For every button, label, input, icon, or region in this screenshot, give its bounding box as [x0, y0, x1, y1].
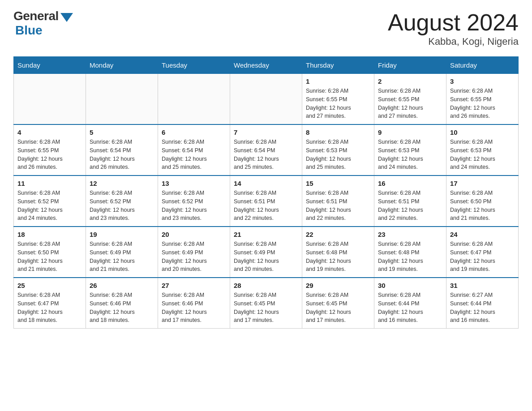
- weekday-header-tuesday: Tuesday: [158, 57, 230, 74]
- calendar-day-cell: 13Sunrise: 6:28 AMSunset: 6:52 PMDayligh…: [158, 176, 230, 227]
- calendar-week-row: 1Sunrise: 6:28 AMSunset: 6:55 PMDaylight…: [14, 74, 519, 125]
- weekday-header-wednesday: Wednesday: [230, 57, 302, 74]
- calendar-week-row: 4Sunrise: 6:28 AMSunset: 6:55 PMDaylight…: [14, 124, 519, 176]
- day-number: 3: [450, 77, 515, 85]
- calendar-day-cell: 30Sunrise: 6:28 AMSunset: 6:44 PMDayligh…: [374, 278, 446, 329]
- day-info: Sunrise: 6:28 AMSunset: 6:50 PMDaylight:…: [450, 189, 515, 223]
- calendar-week-row: 25Sunrise: 6:28 AMSunset: 6:47 PMDayligh…: [14, 278, 519, 329]
- day-info: Sunrise: 6:28 AMSunset: 6:47 PMDaylight:…: [17, 291, 82, 325]
- calendar-day-cell: 29Sunrise: 6:28 AMSunset: 6:45 PMDayligh…: [302, 278, 374, 329]
- day-info: Sunrise: 6:28 AMSunset: 6:53 PMDaylight:…: [306, 138, 370, 171]
- day-number: 14: [234, 180, 298, 187]
- calendar-day-cell: 6Sunrise: 6:28 AMSunset: 6:54 PMDaylight…: [158, 124, 230, 176]
- day-info: Sunrise: 6:28 AMSunset: 6:54 PMDaylight:…: [90, 138, 154, 171]
- day-info: Sunrise: 6:28 AMSunset: 6:54 PMDaylight:…: [162, 138, 226, 171]
- calendar-day-cell: 10Sunrise: 6:28 AMSunset: 6:53 PMDayligh…: [446, 124, 519, 176]
- day-info: Sunrise: 6:28 AMSunset: 6:51 PMDaylight:…: [234, 189, 298, 223]
- calendar-day-cell: 27Sunrise: 6:28 AMSunset: 6:46 PMDayligh…: [158, 278, 230, 329]
- title-block: August 2024 Kabba, Kogi, Nigeria: [388, 9, 519, 47]
- day-info: Sunrise: 6:27 AMSunset: 6:44 PMDaylight:…: [450, 291, 515, 325]
- logo-arrow-icon: [60, 13, 73, 22]
- calendar-day-cell: [230, 74, 302, 125]
- day-number: 19: [90, 231, 154, 238]
- logo: General Blue: [13, 9, 73, 38]
- logo-blue-text: Blue: [15, 23, 43, 38]
- calendar-week-row: 18Sunrise: 6:28 AMSunset: 6:50 PMDayligh…: [14, 227, 519, 278]
- day-number: 17: [450, 180, 515, 187]
- day-number: 2: [378, 77, 442, 85]
- day-info: Sunrise: 6:28 AMSunset: 6:52 PMDaylight:…: [90, 189, 154, 223]
- calendar-day-cell: 21Sunrise: 6:28 AMSunset: 6:49 PMDayligh…: [230, 227, 302, 278]
- day-number: 6: [162, 128, 226, 136]
- day-number: 20: [162, 231, 226, 238]
- day-info: Sunrise: 6:28 AMSunset: 6:51 PMDaylight:…: [378, 189, 442, 223]
- calendar-day-cell: 1Sunrise: 6:28 AMSunset: 6:55 PMDaylight…: [302, 74, 374, 125]
- day-number: 15: [306, 180, 370, 187]
- day-info: Sunrise: 6:28 AMSunset: 6:54 PMDaylight:…: [234, 138, 298, 171]
- calendar-day-cell: 22Sunrise: 6:28 AMSunset: 6:48 PMDayligh…: [302, 227, 374, 278]
- calendar-day-cell: 7Sunrise: 6:28 AMSunset: 6:54 PMDaylight…: [230, 124, 302, 176]
- calendar-day-cell: 5Sunrise: 6:28 AMSunset: 6:54 PMDaylight…: [86, 124, 158, 176]
- weekday-header-thursday: Thursday: [302, 57, 374, 74]
- page-header: General Blue August 2024 Kabba, Kogi, Ni…: [13, 9, 519, 47]
- day-number: 11: [17, 180, 82, 187]
- day-info: Sunrise: 6:28 AMSunset: 6:45 PMDaylight:…: [234, 291, 298, 325]
- day-number: 27: [162, 282, 226, 289]
- day-info: Sunrise: 6:28 AMSunset: 6:44 PMDaylight:…: [378, 291, 442, 325]
- calendar-day-cell: 8Sunrise: 6:28 AMSunset: 6:53 PMDaylight…: [302, 124, 374, 176]
- calendar-day-cell: 4Sunrise: 6:28 AMSunset: 6:55 PMDaylight…: [14, 124, 86, 176]
- day-info: Sunrise: 6:28 AMSunset: 6:48 PMDaylight:…: [306, 240, 370, 274]
- day-number: 8: [306, 128, 370, 136]
- calendar-day-cell: 20Sunrise: 6:28 AMSunset: 6:49 PMDayligh…: [158, 227, 230, 278]
- day-number: 18: [17, 231, 82, 238]
- day-number: 23: [378, 231, 442, 238]
- weekday-header-row: SundayMondayTuesdayWednesdayThursdayFrid…: [14, 57, 519, 74]
- day-number: 28: [234, 282, 298, 289]
- day-number: 5: [90, 128, 154, 136]
- weekday-header-friday: Friday: [374, 57, 446, 74]
- day-info: Sunrise: 6:28 AMSunset: 6:49 PMDaylight:…: [162, 240, 226, 274]
- day-info: Sunrise: 6:28 AMSunset: 6:47 PMDaylight:…: [450, 240, 515, 274]
- calendar-day-cell: 3Sunrise: 6:28 AMSunset: 6:55 PMDaylight…: [446, 74, 519, 125]
- weekday-header-sunday: Sunday: [14, 57, 86, 74]
- calendar-day-cell: [14, 74, 86, 125]
- day-info: Sunrise: 6:28 AMSunset: 6:49 PMDaylight:…: [234, 240, 298, 274]
- weekday-header-saturday: Saturday: [446, 57, 519, 74]
- day-number: 31: [450, 282, 515, 289]
- weekday-header-monday: Monday: [86, 57, 158, 74]
- calendar-location: Kabba, Kogi, Nigeria: [388, 36, 519, 47]
- day-info: Sunrise: 6:28 AMSunset: 6:49 PMDaylight:…: [90, 240, 154, 274]
- day-number: 26: [90, 282, 154, 289]
- day-number: 7: [234, 128, 298, 136]
- day-info: Sunrise: 6:28 AMSunset: 6:45 PMDaylight:…: [306, 291, 370, 325]
- day-info: Sunrise: 6:28 AMSunset: 6:46 PMDaylight:…: [90, 291, 154, 325]
- day-info: Sunrise: 6:28 AMSunset: 6:55 PMDaylight:…: [306, 87, 370, 120]
- day-info: Sunrise: 6:28 AMSunset: 6:46 PMDaylight:…: [162, 291, 226, 325]
- day-number: 13: [162, 180, 226, 187]
- day-info: Sunrise: 6:28 AMSunset: 6:50 PMDaylight:…: [17, 240, 82, 274]
- day-info: Sunrise: 6:28 AMSunset: 6:52 PMDaylight:…: [17, 189, 82, 223]
- logo-general-text: General: [13, 9, 59, 23]
- day-info: Sunrise: 6:28 AMSunset: 6:55 PMDaylight:…: [378, 87, 442, 120]
- calendar-day-cell: 16Sunrise: 6:28 AMSunset: 6:51 PMDayligh…: [374, 176, 446, 227]
- day-number: 9: [378, 128, 442, 136]
- calendar-day-cell: 17Sunrise: 6:28 AMSunset: 6:50 PMDayligh…: [446, 176, 519, 227]
- calendar-day-cell: 28Sunrise: 6:28 AMSunset: 6:45 PMDayligh…: [230, 278, 302, 329]
- calendar-title: August 2024: [388, 9, 519, 36]
- day-number: 22: [306, 231, 370, 238]
- calendar-day-cell: 11Sunrise: 6:28 AMSunset: 6:52 PMDayligh…: [14, 176, 86, 227]
- day-info: Sunrise: 6:28 AMSunset: 6:53 PMDaylight:…: [450, 138, 515, 171]
- calendar-day-cell: [86, 74, 158, 125]
- day-info: Sunrise: 6:28 AMSunset: 6:55 PMDaylight:…: [450, 87, 515, 120]
- calendar-day-cell: 9Sunrise: 6:28 AMSunset: 6:53 PMDaylight…: [374, 124, 446, 176]
- day-number: 12: [90, 180, 154, 187]
- calendar-day-cell: 12Sunrise: 6:28 AMSunset: 6:52 PMDayligh…: [86, 176, 158, 227]
- day-number: 21: [234, 231, 298, 238]
- calendar-day-cell: 14Sunrise: 6:28 AMSunset: 6:51 PMDayligh…: [230, 176, 302, 227]
- calendar-day-cell: 19Sunrise: 6:28 AMSunset: 6:49 PMDayligh…: [86, 227, 158, 278]
- calendar-week-row: 11Sunrise: 6:28 AMSunset: 6:52 PMDayligh…: [14, 176, 519, 227]
- day-info: Sunrise: 6:28 AMSunset: 6:48 PMDaylight:…: [378, 240, 442, 274]
- calendar-day-cell: 15Sunrise: 6:28 AMSunset: 6:51 PMDayligh…: [302, 176, 374, 227]
- day-number: 25: [17, 282, 82, 289]
- day-number: 29: [306, 282, 370, 289]
